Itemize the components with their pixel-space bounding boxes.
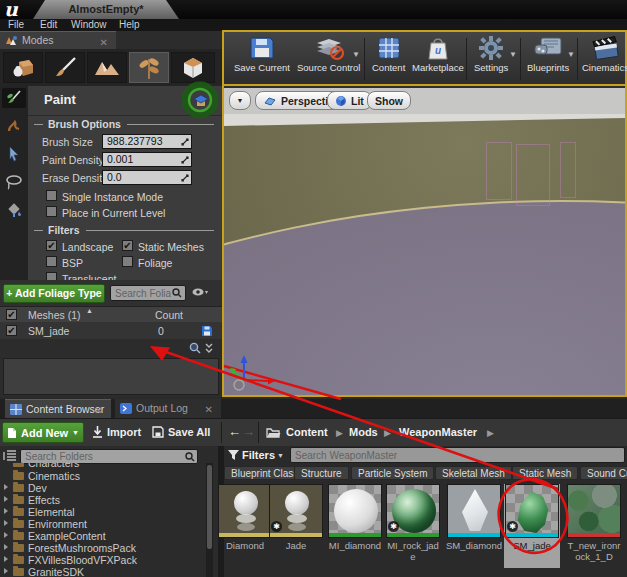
mesh-row-sm-jade[interactable]: SM_jade 0 [0,322,222,339]
viewport-3d[interactable] [224,114,625,395]
single-instance-checkbox[interactable] [46,190,57,201]
menu-edit[interactable]: Edit [40,19,57,31]
level-tab[interactable]: AlmostEmpty* [33,0,179,19]
menu-file[interactable]: File [8,19,24,31]
marketplace-button[interactable]: u Marketplace [412,35,464,73]
source-control-button[interactable]: Source Control [297,35,360,73]
resize-handle-icon[interactable] [181,138,189,146]
folder-row[interactable]: Elemental [0,506,205,518]
folder-tree-scrollbar[interactable] [206,463,213,577]
folder-row[interactable]: Environment [0,518,205,530]
save-all-button[interactable]: Save All [152,426,210,438]
close-icon[interactable]: ✕ [205,401,213,419]
resize-handle-icon[interactable] [181,174,189,182]
lit-button[interactable]: Lit [327,91,372,110]
expand-more-icon[interactable] [204,343,214,354]
asset-mi-rock-jade[interactable]: ✱ MI_rock_jade [385,484,441,568]
mesh-column-count[interactable]: Count [155,309,183,321]
sort-ascending-icon[interactable]: ▲ [86,307,93,314]
settings-button[interactable]: Settings [474,35,508,73]
resize-handle-icon[interactable] [181,156,189,164]
filter-static-meshes-checkbox[interactable] [122,240,133,251]
mode-tab-place[interactable] [3,52,43,83]
magnify-details-icon[interactable] [189,342,201,354]
scrollbar-thumb[interactable] [207,465,212,549]
tool-paint[interactable] [2,88,26,108]
chip-structure[interactable]: Structure [294,466,349,480]
brush-size-input[interactable]: 988.237793 [102,134,192,149]
paint-density-input[interactable]: 0.001 [102,152,192,167]
breadcrumb-content[interactable]: Content [286,426,328,438]
tool-select[interactable] [2,144,26,164]
chevron-down-icon[interactable]: ▼ [509,50,517,59]
mesh-list-header[interactable]: Meshes (1) ▲ Count [0,306,222,322]
chip-static-mesh[interactable]: Static Mesh [512,466,578,480]
folder-row[interactable]: ExampleContent [0,530,205,542]
search-assets-input[interactable] [290,447,625,463]
search-folders-input[interactable] [20,449,198,464]
filters-dropdown[interactable]: Filters [242,449,275,461]
import-button[interactable]: Import [92,426,141,438]
filter-foliage-checkbox[interactable] [122,256,133,267]
expand-arrow-icon[interactable] [4,568,8,574]
menu-window[interactable]: Window [71,19,107,31]
mesh-row-checkbox[interactable] [6,325,17,336]
mode-tab-landscape[interactable] [87,52,127,83]
asset-sm-jade[interactable]: ✱ SM_jade [504,484,560,568]
asset-jade[interactable]: ✱ Jade [268,484,324,568]
chip-particle-system[interactable]: Particle System [351,466,434,480]
foliage-settings-icon[interactable] [193,93,209,108]
modes-panel-tab[interactable]: Modes ✕ [0,31,116,49]
tab-content-browser[interactable]: Content Browser ✕ [5,399,111,418]
erase-density-input[interactable]: 0.0 [102,170,192,185]
expand-arrow-icon[interactable] [4,484,8,490]
expand-arrow-icon[interactable] [4,544,8,550]
asset-mi-diamond[interactable]: MI_diamond [327,484,383,568]
tool-fill[interactable] [2,200,26,220]
filter-bsp-checkbox[interactable] [46,256,57,267]
asset-diamond[interactable]: Diamond [217,484,273,568]
menu-help[interactable]: Help [119,19,140,31]
expand-arrow-icon[interactable] [4,532,8,538]
add-new-button[interactable]: Add New ▼ [2,422,84,443]
tool-reapply[interactable] [2,116,26,136]
tab-output-log[interactable]: Output Log ✕ [115,399,221,418]
folder-row[interactable]: FXVillesBloodVFXPack [0,554,205,566]
blueprints-button[interactable]: Blueprints [527,35,569,73]
filter-landscape-checkbox[interactable] [46,240,57,251]
sources-toggle-icon[interactable] [3,450,17,462]
eye-visibility-icon[interactable] [192,287,208,298]
mode-tab-geometry[interactable] [171,52,215,83]
folder-row[interactable]: ForestMushroomsPack [0,542,205,554]
tool-lasso[interactable] [2,172,26,192]
mesh-header-checkbox[interactable] [6,309,17,320]
mode-tab-paint[interactable] [45,52,85,83]
expand-arrow-icon[interactable] [4,508,8,514]
chip-sound-cue[interactable]: Sound Cu [580,466,627,480]
viewport-options-button[interactable]: ▼ [229,91,251,110]
breadcrumb-mods[interactable]: Mods [349,426,378,438]
asset-t-new-ironrock[interactable]: T_new_ironrock_1_D [566,484,622,568]
add-foliage-type-button[interactable]: + Add Foliage Type ▼ [3,284,105,303]
mesh-column-name[interactable]: Meshes (1) [28,309,81,321]
mode-tab-foliage[interactable] [129,52,169,83]
folder-row[interactable]: Dev [0,482,205,494]
show-button[interactable]: Show [367,91,411,110]
asset-sm-diamond[interactable]: SM_diamond [446,484,502,568]
save-current-button[interactable]: Save Current [234,35,290,73]
place-current-level-checkbox[interactable] [46,206,57,217]
folder-row[interactable]: Characters [0,463,205,469]
back-icon[interactable]: ← [228,424,241,439]
expand-arrow-icon[interactable] [4,496,8,502]
chevron-down-icon[interactable]: ▼ [352,50,360,59]
cinematics-button[interactable]: Cinematics [582,35,627,73]
chevron-down-icon[interactable]: ▼ [567,50,575,59]
folder-row[interactable]: Cinematics [0,470,205,482]
folder-row[interactable]: GraniteSDK [0,566,205,577]
folder-row[interactable]: Effects [0,494,205,506]
chip-skeletal-mesh[interactable]: Skeletal Mesh [435,466,512,480]
content-button[interactable]: Content [372,35,405,73]
expand-arrow-icon[interactable] [4,556,8,562]
expand-arrow-icon[interactable] [4,520,8,526]
forward-icon[interactable]: → [242,424,255,439]
